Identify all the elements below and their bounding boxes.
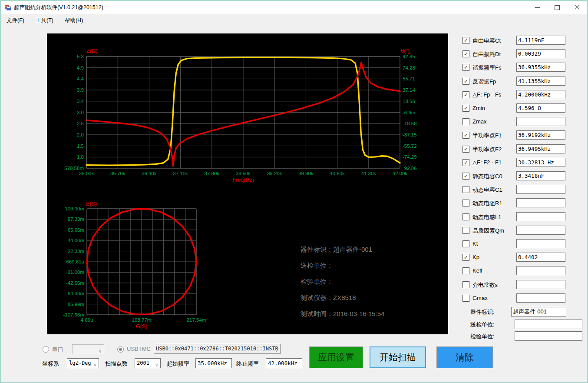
checkbox-icon[interactable] [462,240,469,247]
checkbox-icon[interactable] [462,186,469,193]
stop-freq-input[interactable]: 42.000kHz [266,358,302,368]
checkbox-icon[interactable] [462,118,469,125]
apply-settings-button[interactable]: 应用设置 [309,346,363,368]
param-value-field[interactable]: 4.596 Ω [516,103,565,113]
clear-button[interactable]: 清除 [436,346,493,368]
usbtmc-label: USBTMC [127,346,151,352]
svg-text:40.60k: 40.60k [330,171,345,176]
param-value-field[interactable]: 0.4402 [516,253,565,262]
svg-text:18.56: 18.56 [403,99,415,104]
svg-text:65.66m: 65.66m [68,227,84,233]
param-value-field[interactable]: 4.20000kHz [516,90,565,99]
start-scan-button[interactable]: 开始扫描 [370,346,426,368]
scan-points-combobox[interactable]: 2001∨ [135,358,161,368]
param-row: 品质因素Qm [462,226,588,235]
checkbox-icon[interactable] [462,227,469,234]
info-inspection-unit: 检验单位： [301,273,384,290]
checkbox-checked-icon[interactable]: ✓ [462,78,469,85]
param-value-field[interactable] [516,280,565,289]
checkbox-checked-icon[interactable]: ✓ [462,159,469,166]
svg-text:217.54m: 217.54m [187,317,206,323]
svg-text:-42.66m: -42.66m [66,280,84,286]
checkbox-checked-icon[interactable]: ✓ [462,64,469,71]
checkbox-checked-icon[interactable]: ✓ [462,146,469,153]
checkbox-icon[interactable] [462,281,469,288]
param-value-field[interactable] [516,198,565,207]
device-id-field[interactable]: 超声器件-001 [511,307,566,316]
param-value-field[interactable] [516,185,565,194]
param-value-field[interactable]: 30.32813 Hz [516,158,565,167]
svg-text:42.00k: 42.00k [393,171,408,176]
parameter-panel: ✓自由电容Ct4.1119nF✓自由损耗Dt0.00329✓谐振频率Fs36.9… [462,1,588,383]
param-value-field[interactable] [516,226,565,235]
param-row: Gmax [462,293,588,303]
param-value-field[interactable] [516,239,565,248]
checkbox-checked-icon[interactable]: ✓ [462,254,469,261]
svg-text:35.00k: 35.00k [79,171,94,176]
param-value-field[interactable]: 36.9495kHz [516,144,565,153]
menu-tools[interactable]: 工具(T) [30,15,59,27]
param-row: Zmax [462,117,588,127]
param-value-field[interactable]: 41.1355kHz [516,77,565,86]
chevron-down-icon: ∨ [93,360,96,368]
param-value-field[interactable]: 4.1119nF [516,36,565,45]
info-device-id: 器件标识：超声器件-001 [301,241,384,257]
param-value-field[interactable] [516,117,565,126]
svg-text:4.9: 4.9 [77,65,84,70]
checkbox-icon[interactable] [462,267,469,274]
checkbox-checked-icon[interactable]: ✓ [462,37,469,44]
svg-text:570.58m: 570.58m [64,166,84,171]
checkbox-checked-icon[interactable]: ✓ [462,91,469,98]
svg-text:3.9: 3.9 [77,87,84,93]
param-row: ✓自由损耗Dt0.00329 [462,49,588,59]
checkbox-icon[interactable] [462,200,469,206]
svg-text:4.66u: 4.66u [81,317,93,323]
coord-system-combobox[interactable]: lgZ-Deg∨ [67,358,99,368]
svg-text:G(S): G(S) [136,323,147,330]
svg-text:109.00m: 109.00m [65,206,84,211]
svg-text:44.00m: 44.00m [68,238,84,243]
svg-text:669.61u: 669.61u [66,259,84,264]
checkbox-checked-icon[interactable]: ✓ [462,173,469,180]
svg-text:92.85: 92.85 [403,54,415,59]
param-row: ✓静态电容C03.3418nF [462,171,588,181]
checkbox-checked-icon[interactable]: ✓ [462,132,469,139]
param-value-field[interactable]: 0.00329 [516,49,565,58]
start-freq-label: 起始频率 [167,360,189,368]
app-window: 超声阻抗分析软件(V1.0.21@201512) 文件(F) 工具(T) 帮助(… [0,0,588,383]
param-label: Gmax [472,295,488,301]
menu-file[interactable]: 文件(F) [1,15,30,27]
serial-port-combobox[interactable]: ∨ [72,344,104,354]
scan-points-label: 扫描点数 [105,360,128,368]
svg-text:2.5: 2.5 [77,121,84,126]
start-freq-input[interactable]: 35.000kHz [195,358,232,368]
param-value-field[interactable]: 3.3418nF [516,171,565,180]
menu-help[interactable]: 帮助(H) [59,15,89,27]
param-row: ✓Zmin4.596 Ω [462,103,588,113]
param-value-field[interactable] [516,293,565,303]
svg-text:3.4: 3.4 [77,99,84,104]
checkbox-checked-icon[interactable]: ✓ [462,105,469,112]
submitting-unit-field[interactable] [515,320,582,329]
svg-text:39.20k: 39.20k [267,171,282,176]
chevron-down-icon: ∨ [275,346,278,354]
usbtmc-address-combobox[interactable]: USB0::0x0471::0x2786::T020215010::INSTR∨ [154,344,281,354]
param-value-field[interactable]: 36.9192kHz [516,130,565,140]
param-value-field[interactable]: 36.9355kHz [516,63,565,72]
param-label: 自由损耗Dt [472,50,501,58]
inspection-unit-field[interactable] [515,331,582,341]
svg-text:-107.66m: -107.66m [63,312,84,317]
serial-label: 串口 [52,346,63,353]
info-instrument: 测试仪器：ZX8518 [301,290,384,306]
param-value-field[interactable] [516,266,565,275]
param-value-field[interactable] [516,212,565,221]
param-label: Keff [472,267,482,274]
checkbox-checked-icon[interactable]: ✓ [462,50,469,57]
serial-radio[interactable] [43,346,49,353]
checkbox-icon[interactable] [462,213,469,220]
checkbox-icon[interactable] [462,295,469,302]
svg-text:4.4: 4.4 [77,76,84,81]
svg-text:-37.15: -37.15 [403,132,417,137]
usbtmc-radio[interactable] [117,346,124,353]
svg-text:55.71: 55.71 [403,76,415,81]
